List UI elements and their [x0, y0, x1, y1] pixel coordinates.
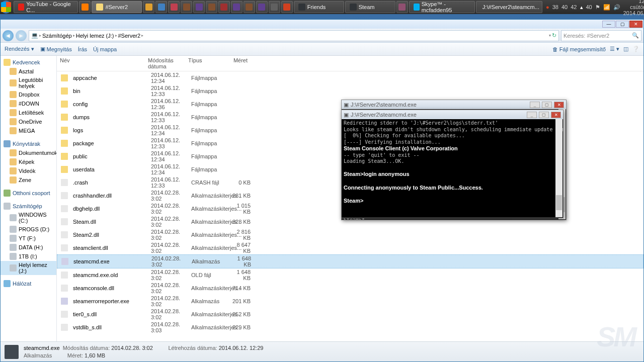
help-icon[interactable]: ❔	[632, 46, 639, 52]
file-name: config	[70, 101, 148, 107]
close-button[interactable]: ✕	[629, 21, 642, 28]
sidebar-item[interactable]: Videók	[1, 166, 56, 175]
file-row[interactable]: steamclient.dll2014.02.28. 3:02Alkalmazá…	[57, 241, 643, 254]
taskbar-item[interactable]	[256, 1, 268, 13]
taskbar-item[interactable]	[206, 1, 217, 13]
taskbar-item[interactable]	[244, 1, 255, 13]
tray-chevron-icon[interactable]: ▴	[580, 4, 583, 11]
sidebar-item[interactable]: MEGA	[1, 126, 56, 135]
file-row[interactable]: bin2014.06.12. 12:33Fájlmappa	[57, 84, 643, 98]
sidebar-item[interactable]: Asztal	[1, 67, 56, 76]
breadcrumb-item[interactable]: #Server2	[118, 33, 141, 39]
close-button[interactable]: ✕	[551, 112, 561, 118]
taskbar-item[interactable]	[396, 1, 408, 13]
minimize-button[interactable]: —	[602, 21, 615, 28]
taskbar-item[interactable]	[143, 1, 154, 13]
file-date: 2014.02.28. 3:02	[148, 242, 188, 254]
sidebar-item[interactable]: Dokumentumok	[1, 148, 56, 157]
file-row[interactable]: vstdlib_s.dll2014.02.28. 3:03Alkalmazásk…	[57, 321, 643, 334]
breadcrumb-item[interactable]: Számítógép	[42, 33, 72, 39]
sidebar-item[interactable]: Zene	[1, 175, 56, 185]
taskbar-item[interactable]: J:\#Server2\steamcm...	[476, 1, 542, 13]
sidebar-network-header[interactable]: Hálózat	[1, 279, 56, 288]
preview-pane-icon[interactable]: ◫	[623, 46, 628, 52]
taskbar-item[interactable]	[218, 1, 230, 13]
sidebar-item[interactable]: Legutóbbi helyek	[1, 76, 56, 90]
taskbar-item[interactable]	[231, 1, 243, 13]
console-output[interactable]: Redirecting stderr to 'J:\#Server2\logs\…	[342, 119, 563, 218]
search-input[interactable]: Keresés: #Server2 🔍	[561, 30, 641, 41]
taskbar-item[interactable]: #Server2	[92, 1, 142, 13]
tray-clock[interactable]: 12:36 csütörtök 2014.06.12.	[623, 0, 644, 16]
sidebar-item[interactable]: YT (F:)	[1, 234, 56, 243]
file-size: 229 KB	[228, 324, 254, 330]
breadcrumb[interactable]: 💻 ▸ Számítógép ▸ Helyi lemez (J:) ▸ #Ser…	[29, 30, 559, 41]
taskbar-item[interactable]	[181, 1, 192, 13]
sidebar-computer-header[interactable]: Számítógép	[1, 202, 56, 211]
shredder-button[interactable]: 🗑Fájl megsemmisítő	[552, 46, 606, 52]
taskbar-item[interactable]	[281, 1, 293, 13]
taskbar-item[interactable]: YouTube - Google C...	[14, 1, 78, 13]
open-button[interactable]: ▣Megnyitás	[40, 46, 72, 52]
window-titlebar[interactable]: — ▢ ✕	[1, 20, 643, 29]
sidebar-favorites-header[interactable]: Kedvencek	[1, 58, 56, 67]
file-row[interactable]: Steam2.dll2014.02.28. 3:02Alkalmazáskite…	[57, 228, 643, 241]
sidebar-item[interactable]: 1TB (I:)	[1, 252, 56, 261]
tray-volume-icon[interactable]: 🔊	[613, 4, 620, 11]
column-name[interactable]: Név	[57, 57, 145, 69]
breadcrumb-dropdown-icon[interactable]: ▾	[549, 33, 551, 38]
sidebar-item[interactable]: #DOWN	[1, 99, 56, 108]
column-type[interactable]: Típus	[185, 57, 225, 69]
taskbar-item[interactable]	[79, 1, 91, 13]
taskbar-item-icon	[283, 4, 290, 11]
back-button[interactable]: ◄	[3, 30, 14, 41]
forward-button[interactable]: ►	[16, 30, 27, 41]
new-folder-button[interactable]: Új mappa	[93, 46, 117, 52]
console-titlebar[interactable]: ▣ J:\#Server2\steamcmd.exe _ ▢ ✕	[342, 110, 563, 119]
file-row[interactable]: steamconsole.dll2014.02.28. 3:02Alkalmaz…	[57, 282, 643, 295]
sidebar-item[interactable]: PROGS (D:)	[1, 225, 56, 234]
file-size: 328 KB	[228, 219, 254, 225]
sidebar-libraries-header[interactable]: Könyvtárak	[1, 139, 56, 148]
organize-menu[interactable]: Rendezés ▾	[5, 46, 34, 52]
tray-flag-icon[interactable]: ⚑	[595, 4, 600, 11]
minimize-button[interactable]: _	[527, 112, 537, 118]
sidebar-item[interactable]: OneDrive	[1, 117, 56, 126]
tray-network-icon[interactable]: 📶	[603, 4, 610, 11]
console-icon: ▣	[344, 112, 349, 118]
minimize-button[interactable]: _	[530, 102, 540, 108]
folder-icon	[10, 68, 17, 75]
maximize-button[interactable]: ▢	[542, 102, 552, 108]
breadcrumb-item[interactable]: Helyi lemez (J:)	[76, 33, 114, 39]
taskbar-item[interactable]: Skype™ - mcfadden95	[409, 1, 475, 13]
file-row[interactable]: steamerrorreporter.exe2014.02.28. 3:02Al…	[57, 295, 643, 308]
console-titlebar[interactable]: ▣ J:\#Server2\steamcmd.exe _ ▢ ✕	[342, 100, 566, 109]
column-size[interactable]: Méret	[225, 57, 251, 69]
write-button[interactable]: Írás	[78, 46, 87, 52]
sidebar-homegroup-header[interactable]: Otthoni csoport	[1, 189, 56, 198]
view-options-icon[interactable]: ☰ ▾	[610, 46, 619, 52]
start-button[interactable]	[1, 1, 11, 14]
file-row[interactable]: tier0_s.dll2014.02.28. 3:02Alkalmazáskit…	[57, 308, 643, 321]
taskbar-item[interactable]	[193, 1, 205, 13]
file-row[interactable]: steamcmd.exe.old2014.02.28. 3:02OLD fájl…	[57, 268, 643, 282]
scrollbar[interactable]	[555, 119, 562, 217]
column-date[interactable]: Módosítás dátuma	[145, 57, 185, 69]
sidebar-item[interactable]: DATA (H:)	[1, 243, 56, 252]
taskbar-item[interactable]: Steam	[345, 1, 395, 13]
sidebar-item[interactable]: Képek	[1, 157, 56, 166]
sidebar-item[interactable]: Dropbox	[1, 90, 56, 99]
sidebar-item[interactable]: WINDOWS (C:)	[1, 211, 56, 225]
sidebar-item[interactable]: Letöltések	[1, 108, 56, 117]
file-row[interactable]: appcache2014.06.12. 12:34Fájlmappa	[57, 71, 643, 84]
close-button[interactable]: ✕	[554, 102, 564, 108]
maximize-button[interactable]: ▢	[539, 112, 549, 118]
refresh-icon[interactable]: ↻	[552, 32, 556, 39]
file-row[interactable]: steamcmd.exe2014.02.28. 3:02Alkalmazás1 …	[57, 254, 643, 268]
taskbar-item[interactable]	[269, 1, 280, 13]
taskbar-item[interactable]	[155, 1, 167, 13]
taskbar-item[interactable]	[168, 1, 180, 13]
maximize-button[interactable]: ▢	[616, 21, 629, 28]
taskbar-item[interactable]: Friends	[294, 1, 344, 13]
sidebar-item[interactable]: Helyi lemez (J:)	[1, 261, 56, 275]
